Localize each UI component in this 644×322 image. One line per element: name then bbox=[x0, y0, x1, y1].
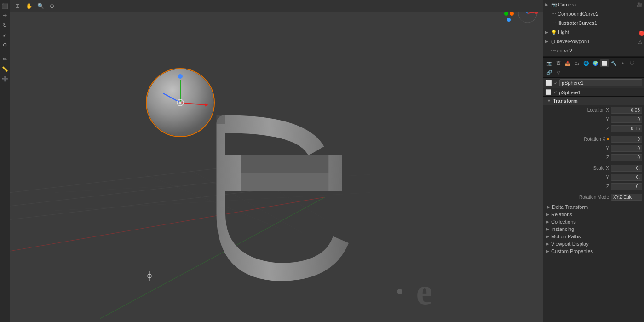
custom-properties-header[interactable]: ▶ Custom Properties bbox=[543, 247, 644, 255]
camera-extra-icon: 🎥 bbox=[637, 2, 642, 7]
viewport-display-header[interactable]: ▶ Viewport Display bbox=[543, 240, 644, 247]
rotation-x-field[interactable]: 9 bbox=[611, 136, 642, 143]
instancing-label: Instancing bbox=[551, 226, 574, 232]
world-icon[interactable]: 🌍 bbox=[591, 59, 599, 67]
particle-icon[interactable]: ✦ bbox=[619, 59, 627, 67]
rotation-y-label: Y bbox=[545, 146, 611, 151]
collections-header[interactable]: ▶ Collections bbox=[543, 218, 644, 225]
viewport-shading-icon[interactable]: ⊞ bbox=[13, 1, 22, 11]
scale-x-row: Scale X 0. bbox=[543, 163, 644, 172]
object-type-check: ✓ bbox=[553, 90, 557, 95]
outliner-item-camera[interactable]: ▶ 📷 Camera 🎥 bbox=[543, 0, 644, 9]
scale-z-row: Z 0. bbox=[543, 182, 644, 191]
object-select-check: ✓ bbox=[554, 80, 558, 86]
illustrator-icon: 〰 bbox=[552, 21, 556, 26]
light-red-dot: 🔴 bbox=[639, 31, 642, 34]
outliner-item-light[interactable]: ▶ 💡 Light 🔴 bbox=[543, 28, 644, 37]
scale-x-field[interactable]: 0. bbox=[611, 165, 642, 172]
transform-tool-icon[interactable]: ⊕ bbox=[1, 40, 9, 49]
rotation-x-label: Rotation X bbox=[545, 137, 611, 142]
outliner-item-compound[interactable]: 〰 CompoundCurve2 bbox=[543, 9, 644, 18]
instancing-chevron: ▶ bbox=[546, 227, 549, 231]
svg-line-11 bbox=[180, 103, 205, 105]
outliner-illustrator-label: IllustratorCurves1 bbox=[558, 20, 642, 26]
location-z-field[interactable]: 0.16 bbox=[611, 125, 642, 132]
data-icon[interactable]: ▽ bbox=[554, 68, 563, 76]
outliner-item-curve2[interactable]: 〰 curve2 bbox=[543, 46, 644, 55]
outliner-item-bevel[interactable]: ▶ ⬡ bevelPolygon1 △ bbox=[543, 37, 644, 46]
location-z-row: Z 0.16 bbox=[543, 124, 644, 133]
motion-paths-header[interactable]: ▶ Motion Paths bbox=[543, 233, 644, 240]
collections-label: Collections bbox=[551, 219, 576, 224]
scene-icon[interactable]: 📷 bbox=[545, 59, 553, 67]
relations-header[interactable]: ▶ Relations bbox=[543, 211, 644, 218]
rotation-y-field[interactable]: 0 bbox=[611, 145, 642, 152]
scale-z-label: Z bbox=[545, 184, 611, 189]
outliner-camera-label: Camera bbox=[558, 2, 635, 7]
move-tool-icon[interactable]: ✛ bbox=[1, 12, 9, 20]
transform-arrow: ▼ bbox=[547, 98, 551, 103]
scene-props-icon[interactable]: 🌐 bbox=[582, 59, 590, 67]
measure-icon[interactable]: 📏 bbox=[1, 65, 9, 73]
viewport-cursor-icon[interactable]: ⊙ bbox=[47, 1, 57, 11]
viewport-move-icon[interactable]: ✋ bbox=[24, 1, 34, 11]
delta-transform-header[interactable]: ▶ Delta Transform bbox=[543, 203, 644, 211]
svg-point-16 bbox=[179, 102, 182, 104]
rotation-y-row: Y 0 bbox=[543, 144, 644, 153]
scale-y-field[interactable]: 0. bbox=[611, 174, 642, 181]
object-name-input[interactable] bbox=[559, 79, 642, 86]
instancing-header[interactable]: ▶ Instancing bbox=[543, 225, 644, 233]
object-name-row: ⬜ ✓ bbox=[543, 78, 644, 88]
bevel-arrow-icon: ▶ bbox=[545, 39, 550, 44]
location-x-label: Location X bbox=[545, 108, 611, 113]
left-toolbar: ⬛ ✛ ↻ ⤢ ⊕ ✏ 📏 ➕ bbox=[0, 0, 10, 322]
right-panel: ▶ 📷 Camera 🎥 〰 CompoundCurve2 〰 Illustra… bbox=[543, 0, 644, 322]
viewport-display-chevron: ▶ bbox=[546, 242, 549, 246]
outliner-panel: ▶ 📷 Camera 🎥 〰 CompoundCurve2 〰 Illustra… bbox=[543, 0, 644, 58]
selected-sphere[interactable] bbox=[146, 68, 215, 137]
rotation-z-field[interactable]: 0 bbox=[611, 154, 642, 161]
object-type-icon: ⬜ bbox=[545, 89, 552, 95]
rotation-x-row: Rotation X 9 bbox=[543, 134, 644, 144]
watermark-dot bbox=[397, 289, 402, 294]
rotation-mode-label: Rotation Mode bbox=[545, 195, 611, 200]
render-icon[interactable]: 🖼 bbox=[554, 59, 563, 67]
arrow-icon2: ▶ bbox=[545, 30, 550, 34]
add-object-icon[interactable]: ➕ bbox=[1, 75, 9, 83]
constraints-icon[interactable]: 🔗 bbox=[545, 68, 553, 76]
location-y-field[interactable]: 0 bbox=[611, 116, 642, 123]
scale-z-field[interactable]: 0. bbox=[611, 183, 642, 190]
outliner-item-illustrator[interactable]: 〰 IllustratorCurves1 bbox=[543, 18, 644, 28]
delta-transform-label: Delta Transform bbox=[552, 204, 588, 210]
props-icon-bar: 📷 🖼 📤 🗂 🌐 🌍 ⬜ 🔧 ✦ 〇 🔗 ▽ bbox=[543, 58, 644, 78]
annotate-icon[interactable]: ✏ bbox=[1, 55, 9, 63]
modifier-icon[interactable]: 🔧 bbox=[610, 59, 618, 67]
curve-icon: 〰 bbox=[552, 12, 556, 17]
object-props-icon[interactable]: ⬜ bbox=[600, 59, 609, 67]
physics-icon[interactable]: 〇 bbox=[628, 59, 636, 67]
location-y-row: Y 0 bbox=[543, 115, 644, 124]
transform-section: ▼ Transform Location X 0.03 Y 0 Z 0.16 R… bbox=[543, 97, 644, 322]
rotate-tool-icon[interactable]: ↻ bbox=[1, 21, 9, 29]
scale-y-label: Y bbox=[545, 175, 611, 180]
scale-y-row: Y 0. bbox=[543, 172, 644, 182]
viewport-display-label: Viewport Display bbox=[551, 241, 589, 247]
blue-dot bbox=[507, 18, 511, 22]
outliner-curve2-label: curve2 bbox=[557, 48, 642, 53]
collections-chevron: ▶ bbox=[546, 219, 549, 224]
viewport-zoom-icon[interactable]: 🔍 bbox=[36, 1, 45, 11]
output-icon[interactable]: 📤 bbox=[564, 59, 572, 67]
location-z-label: Z bbox=[545, 126, 611, 131]
rotation-mode-field[interactable]: XYZ Eule bbox=[611, 194, 642, 201]
location-y-label: Y bbox=[545, 117, 611, 122]
transform-header[interactable]: ▼ Transform bbox=[543, 97, 644, 105]
bevel-icon: ⬡ bbox=[551, 39, 555, 44]
view-layer-icon[interactable]: 🗂 bbox=[573, 59, 581, 67]
cursor-3d bbox=[145, 271, 154, 281]
viewport[interactable]: ⊞ ✋ 🔍 ⊙ bbox=[10, 0, 543, 322]
outliner-compound-label: CompoundCurve2 bbox=[558, 11, 642, 17]
select-tool-icon[interactable]: ⬛ bbox=[1, 2, 9, 10]
location-x-field[interactable]: 0.03 bbox=[611, 107, 642, 114]
outliner-separator bbox=[543, 56, 644, 57]
scale-tool-icon[interactable]: ⤢ bbox=[1, 31, 9, 39]
